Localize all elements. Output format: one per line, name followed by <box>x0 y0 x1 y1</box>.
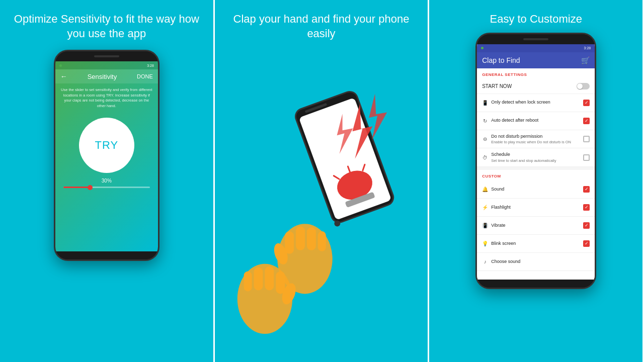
settings-status-time: 3:28 <box>584 46 591 50</box>
blink-item[interactable]: 💡 Blink screen <box>477 235 595 253</box>
lock-screen-label: Only detect when lock screen <box>491 100 550 106</box>
vibrate-checkbox[interactable] <box>583 222 590 229</box>
sound-checkbox[interactable] <box>583 186 590 193</box>
phone-notch-left <box>55 51 158 61</box>
vibrate-left: 📳 Vibrate <box>482 223 583 229</box>
schedule-checkbox[interactable] <box>583 154 590 161</box>
done-button[interactable]: DONE <box>137 73 153 79</box>
panel-clap: Clap your hand and find your phone easil… <box>215 0 430 362</box>
sound-item[interactable]: 🔔 Sound <box>477 180 595 199</box>
status-dot-left <box>59 64 62 67</box>
slider-container <box>55 187 158 188</box>
choose-sound-item[interactable]: ♪ Choose sound <box>477 253 595 271</box>
status-time-left: 3:28 <box>147 64 154 67</box>
start-now-row[interactable]: START NOW <box>477 79 595 94</box>
dnd-item[interactable]: ⊖ Do not disturb permission Enable to pl… <box>477 130 595 149</box>
sound-icon: 🔔 <box>482 187 488 192</box>
panel-1-title: Optimize Sensitivity to fit the way how … <box>0 12 213 41</box>
back-arrow-icon[interactable]: ← <box>60 72 67 80</box>
svg-marker-10 <box>369 94 387 140</box>
schedule-item[interactable]: ⏱ Schedule Set time to start and stop au… <box>477 148 595 167</box>
slider-track[interactable] <box>63 187 150 188</box>
phone-frame-right: 3:28 Clap to Find 🛒 GENERAL SETTINGS STA… <box>475 33 596 289</box>
lock-screen-left: 📱 Only detect when lock screen <box>482 100 583 106</box>
sound-left: 🔔 Sound <box>482 187 583 193</box>
reboot-left: ↻ Auto detect after reboot <box>482 118 583 124</box>
clap-illustration <box>215 41 428 362</box>
flashlight-icon: ⚡ <box>482 205 488 210</box>
dnd-sublabel: Enable to play music when Do not disturb… <box>491 140 571 144</box>
schedule-label: Schedule <box>491 152 556 158</box>
settings-body: GENERAL SETTINGS START NOW 📱 Only detect… <box>477 68 595 280</box>
lock-screen-text-block: Only detect when lock screen <box>491 100 550 106</box>
phone-frame-left: 3:28 ← Sensitivity DONE Use the slider t… <box>54 50 159 261</box>
flashlight-item[interactable]: ⚡ Flashlight <box>477 199 595 217</box>
settings-status-bar: 3:28 <box>477 44 595 52</box>
blink-icon: 💡 <box>482 241 488 246</box>
panel-customize: Easy to Customize 3:28 Clap to Find 🛒 GE… <box>429 0 644 362</box>
panel-2-title: Clap your hand and find your phone easil… <box>215 12 428 41</box>
svg-rect-19 <box>276 272 285 294</box>
panel-sensitivity: Optimize Sensitivity to fit the way how … <box>0 0 215 362</box>
blink-label: Blink screen <box>491 241 516 247</box>
sensitivity-header: ← Sensitivity DONE <box>55 69 158 83</box>
svg-rect-21 <box>254 267 263 291</box>
phone-speaker-right <box>523 38 548 40</box>
schedule-sublabel: Set time to start and stop automatically <box>491 158 556 163</box>
schedule-icon: ⏱ <box>482 155 488 160</box>
lock-screen-item[interactable]: 📱 Only detect when lock screen <box>477 94 595 112</box>
dnd-checkbox[interactable] <box>583 136 590 142</box>
reboot-checkbox[interactable] <box>583 118 590 124</box>
slider-thumb[interactable] <box>88 185 93 190</box>
sensitivity-screen-title: Sensitivity <box>88 73 117 80</box>
app-title: Clap to Find <box>482 56 520 64</box>
svg-rect-16 <box>318 231 326 251</box>
reboot-item[interactable]: ↻ Auto detect after reboot <box>477 112 595 130</box>
svg-rect-13 <box>285 231 294 254</box>
vibrate-item[interactable]: 📳 Vibrate <box>477 217 595 235</box>
cart-icon[interactable]: 🛒 <box>581 56 590 64</box>
panel-3-title: Easy to Customize <box>479 12 592 27</box>
schedule-text-block: Schedule Set time to start and stop auto… <box>491 152 556 163</box>
vibrate-icon: 📳 <box>482 223 488 228</box>
settings-appbar: Clap to Find 🛒 <box>477 52 595 68</box>
svg-rect-15 <box>307 227 316 250</box>
flashlight-checkbox[interactable] <box>583 204 590 211</box>
sensitivity-description: Use the slider to set sensitivity and ve… <box>55 83 158 113</box>
clap-scene-svg <box>215 41 428 362</box>
sensitivity-screen: 3:28 ← Sensitivity DONE Use the slider t… <box>55 61 158 251</box>
settings-screen: 3:28 Clap to Find 🛒 GENERAL SETTINGS STA… <box>477 44 595 280</box>
phone-notch-right <box>477 34 595 44</box>
lock-screen-checkbox[interactable] <box>583 100 590 106</box>
phone-bottom-left <box>55 251 158 259</box>
custom-header: CUSTOM <box>477 170 595 180</box>
choose-sound-label: Choose sound <box>491 259 520 265</box>
try-circle[interactable]: TRY <box>79 118 134 173</box>
phone-bottom-right <box>477 280 595 288</box>
phone-speaker-left <box>94 55 119 57</box>
try-label: TRY <box>95 139 119 152</box>
reboot-icon: ↻ <box>482 118 488 124</box>
choose-sound-icon: ♪ <box>482 259 488 264</box>
svg-rect-14 <box>296 226 305 250</box>
flashlight-label: Flashlight <box>491 205 511 211</box>
reboot-label: Auto detect after reboot <box>491 118 538 124</box>
svg-rect-20 <box>265 266 274 291</box>
dnd-left: ⊖ Do not disturb permission Enable to pl… <box>482 134 583 145</box>
blink-left: 💡 Blink screen <box>482 241 583 247</box>
flashlight-left: ⚡ Flashlight <box>482 205 583 211</box>
svg-rect-22 <box>244 272 252 292</box>
toggle-thumb <box>577 83 583 89</box>
dnd-icon: ⊖ <box>482 136 488 142</box>
blink-checkbox[interactable] <box>583 240 590 247</box>
start-now-label: START NOW <box>482 83 512 89</box>
start-now-toggle[interactable] <box>577 83 590 89</box>
percent-label: 30% <box>55 178 158 184</box>
sound-label: Sound <box>491 187 504 193</box>
lock-screen-icon: 📱 <box>482 100 488 106</box>
status-bar-left: 3:28 <box>55 61 158 69</box>
general-settings-header: GENERAL SETTINGS <box>477 68 595 79</box>
dnd-text-block: Do not disturb permission Enable to play… <box>491 134 571 145</box>
dnd-label: Do not disturb permission <box>491 134 571 140</box>
vibrate-label: Vibrate <box>491 223 505 229</box>
